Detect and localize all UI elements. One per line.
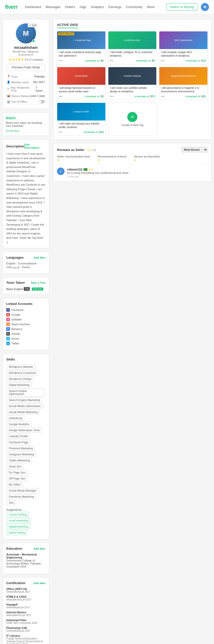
suggestion-tag[interactable]: content writing	[7, 512, 29, 517]
skill-tag: Digital Marketing	[7, 382, 32, 387]
skills-section: Skills Wordpress Website Wordpress Custo…	[3, 354, 49, 539]
skill-tag: Search Engine Marketing	[7, 397, 42, 403]
meta-location: 📍 From Pakistan	[7, 74, 45, 79]
meta-member-since: 👤 Member since Dec 2017	[7, 79, 45, 85]
linked-item-stackoverflow: S Stack Overflow	[6, 323, 45, 326]
skill-tag: Social Media Marketing	[7, 410, 40, 415]
review-cat-recommend: Recommend to a friend ★	[98, 155, 126, 162]
certification-title: Certification Add New	[6, 581, 45, 585]
skills-list: Wordpress Website Wordpress Customize Wo…	[6, 364, 45, 506]
create-new-gig-card[interactable]: + Create A New Gig	[108, 103, 157, 136]
out-of-office-toggle[interactable]	[38, 100, 45, 103]
reviewer-info-1: robson110 🇧🇷 ★★ he is doing everything v…	[67, 168, 208, 178]
education-item: Associate - Mechanical Engineering Gover…	[6, 553, 45, 568]
take-test-link[interactable]: Take a Test	[31, 281, 45, 284]
preview-public-mode-button[interactable]: Preview Public Mode	[7, 64, 45, 71]
nav-messages[interactable]: Messages	[46, 5, 60, 9]
gig-options-6[interactable]: •••	[161, 94, 165, 98]
gig-desc-5: I will create your portfolio website des…	[110, 86, 155, 93]
nav-dashboard[interactable]: Dashboard	[25, 5, 41, 9]
reviews-sort-select[interactable]: Most Recent Most Relevant	[181, 147, 208, 152]
delivery-icon: 📦	[7, 94, 10, 98]
gig-options-5[interactable]: •••	[110, 94, 114, 98]
header: fiverr Dashboard Messages Orders Gigs An…	[0, 0, 214, 14]
chevron-right-icon: ›	[44, 288, 45, 291]
reviews-section: Reviews as Seller ★ 5 (1) Most Recent Mo…	[53, 143, 211, 182]
skill-tag: On Page Seo	[7, 470, 27, 475]
gig-image-7: LinkedIn Profile	[57, 103, 105, 120]
edit-photo-button[interactable]: ✏ Edit	[28, 23, 38, 27]
nav-orders[interactable]: Orders	[65, 5, 75, 9]
language-item-english: English - Conversational	[6, 262, 45, 265]
new-gig-plus-icon: +	[127, 112, 137, 122]
suggestions-label: Suggestions:	[6, 508, 22, 511]
facebook-icon: f	[6, 308, 10, 312]
add-certification-link[interactable]: Add New	[34, 582, 45, 585]
skill-tag: Social Media Optimization	[7, 404, 43, 409]
skill-tag: Facebook Page	[7, 440, 30, 445]
gig-price-4: STARTING AT $5	[85, 95, 104, 98]
gig-footer-2: ••• STARTING AT $5	[110, 59, 155, 63]
gig-image-6: Magento/WooCommerce	[159, 67, 207, 85]
suggestion-tag[interactable]: digitalmarketing	[7, 524, 30, 529]
education-title: Education Add New	[6, 547, 45, 550]
profile-rating: 5.0 (7 reviews)	[25, 58, 43, 61]
education-section: Education Add New Associate - Mechanical…	[3, 543, 49, 574]
user-avatar[interactable]: M	[201, 3, 209, 11]
linked-item-behance: B Behance	[6, 327, 45, 331]
gig-options-7[interactable]: •••	[59, 130, 63, 134]
suggestion-tag[interactable]: article writing	[7, 530, 27, 535]
certification-section: Certification Add New Office (2007-10) O…	[3, 577, 49, 644]
behance-icon: B	[6, 327, 10, 331]
gig-options-3[interactable]: •••	[161, 59, 165, 63]
test-badge: TOP 10%	[32, 288, 44, 291]
gig-info-2: I will install, configure, fix or custom…	[108, 49, 157, 64]
cert-item-impage9: Impage9 onlineeliquid.pk 2017	[6, 603, 45, 609]
gig-image-2: WordPress Dev	[108, 31, 157, 49]
suggestion-tag[interactable]: email marketing	[7, 518, 30, 523]
gig-options-1[interactable]: •••	[59, 59, 63, 63]
nav-gigs[interactable]: Gigs	[80, 5, 86, 9]
tests-title: Tests Taken Take a Test	[6, 281, 45, 285]
gig-options-2[interactable]: •••	[110, 59, 114, 63]
linked-accounts-title: Linked Accounts	[6, 302, 45, 306]
gig-desc-2: I will install, configure, fix or custom…	[110, 51, 155, 58]
enroll-now-link[interactable]: Enroll Now	[6, 129, 19, 132]
learn-text: Boost your sales, by boosting your exper…	[6, 121, 46, 127]
right-panel: ACTIVE GIGS BEST SELLER 📘 Facebook Page …	[53, 19, 211, 644]
suggestions-section: Suggestions: content writing email marke…	[6, 508, 45, 536]
linked-item-github: G GitHub	[6, 332, 45, 336]
add-education-link[interactable]: Add New	[34, 547, 45, 550]
gigs-grid: BEST SELLER 📘 Facebook Page I will creat…	[57, 31, 208, 136]
edit-description-link[interactable]: Edit Description	[24, 143, 45, 149]
cert-item-html5: HTML5 & CSS3 tekacademics.pk 2017	[6, 595, 45, 601]
reviewer-time-1: 1 year ago	[67, 175, 208, 178]
dribbble-icon: d	[6, 318, 10, 321]
review-cat-communication: Seller communication level ★	[57, 155, 90, 162]
location-icon: 📍	[7, 75, 10, 78]
gig-card-3: SEO Optimization I will complete onpage …	[159, 31, 208, 64]
switch-buying-button[interactable]: Switch to Buying	[167, 3, 197, 11]
gig-options-4[interactable]: •••	[59, 94, 63, 98]
linked-item-twitter: t Twitter	[6, 342, 45, 345]
skill-tag: Search Engine Optimization	[7, 388, 45, 396]
profile-title: WordPress, Magento, Ecommerce	[7, 50, 45, 56]
reviews-sort: Most Recent Most Relevant	[181, 147, 208, 152]
location-value: Pakistan	[34, 75, 45, 78]
member-icon: 👤	[7, 80, 10, 84]
fiverr-logo: fiverr	[5, 4, 17, 10]
gig-info-3: I will complete onpage SEO optimization …	[159, 49, 207, 64]
language-item-urdu: Urdu (اردو) - Fluent	[6, 266, 45, 269]
nav-community[interactable]: Community	[126, 5, 143, 9]
skill-tag: Twitter Marketing	[7, 458, 32, 463]
meta-out-of-office: 🏢 Out of Office	[7, 99, 45, 105]
response-icon: ⏱	[7, 88, 10, 91]
meta-response-time: ⏱ Avg. Response Time 7 hours	[7, 85, 45, 93]
gig-image-1: BEST SELLER 📘 Facebook Page	[57, 31, 105, 49]
skill-tag: Linkedin Profile	[7, 434, 30, 439]
nav-analytics[interactable]: Analytics	[91, 5, 104, 9]
nav-more[interactable]: More	[147, 5, 155, 9]
gig-price-7: STARTING AT $15	[83, 131, 104, 134]
nav-earnings[interactable]: Earnings	[108, 5, 121, 9]
add-language-link[interactable]: Add New	[34, 256, 45, 259]
